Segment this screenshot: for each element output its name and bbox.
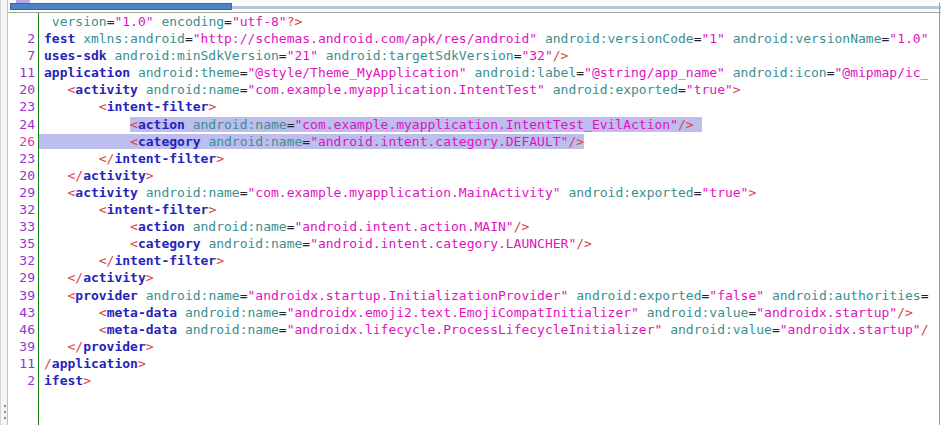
code-line[interactable]: fest xmlns:android="http://schemas.andro… bbox=[44, 30, 940, 47]
line-number: 32 bbox=[8, 201, 35, 218]
code-line[interactable]: uses-sdk android:minSdkVersion="21" andr… bbox=[44, 47, 940, 64]
horizontal-scrollbar bbox=[8, 0, 941, 13]
gutter-divider bbox=[38, 13, 39, 425]
code-line[interactable]: application android:theme="@style/Theme_… bbox=[44, 64, 940, 81]
xml-source-editor-window: 271120232426232029323335322939434639112 … bbox=[0, 0, 941, 425]
selection-highlight: <action android:name="com.example.myappl… bbox=[130, 117, 702, 132]
line-number: 33 bbox=[8, 218, 35, 235]
code-line[interactable]: <category android:name="android.intent.c… bbox=[44, 133, 940, 150]
code-line[interactable]: <intent-filter> bbox=[44, 201, 940, 218]
scrollbar-thumb[interactable] bbox=[10, 3, 232, 10]
line-number: 11 bbox=[8, 355, 35, 372]
code-line[interactable]: <provider android:name="androidx.startup… bbox=[44, 287, 940, 304]
code-line[interactable]: </activity> bbox=[44, 167, 940, 184]
line-number: 29 bbox=[8, 269, 35, 286]
line-number bbox=[8, 13, 35, 30]
line-number: 26 bbox=[8, 133, 35, 150]
line-number: 7 bbox=[8, 47, 35, 64]
code-line[interactable]: <activity android:name="com.example.myap… bbox=[44, 184, 940, 201]
code-line[interactable]: ifest> bbox=[44, 372, 940, 389]
splitter-grip-dot bbox=[4, 417, 6, 419]
line-number: 23 bbox=[8, 98, 35, 115]
code-line[interactable]: /application> bbox=[44, 355, 940, 372]
line-number: 39 bbox=[8, 287, 35, 304]
code-line[interactable]: </intent-filter> bbox=[44, 252, 940, 269]
pane-right-border bbox=[939, 3, 940, 425]
code-line[interactable]: </intent-filter> bbox=[44, 150, 940, 167]
code-line[interactable]: <meta-data android:name="androidx.emoji2… bbox=[44, 304, 940, 321]
code-editor[interactable]: 271120232426232029323335322939434639112 … bbox=[8, 13, 940, 425]
code-line[interactable]: <action android:name="com.example.myappl… bbox=[44, 116, 940, 133]
line-number: 24 bbox=[8, 116, 35, 133]
code-area[interactable]: version="1.0" encoding="utf-8"?>fest xml… bbox=[44, 13, 940, 389]
line-number: 23 bbox=[8, 150, 35, 167]
splitter-grip-dot bbox=[4, 405, 6, 407]
splitter-grip-dot bbox=[4, 411, 6, 413]
code-line[interactable]: </provider> bbox=[44, 338, 940, 355]
scrollbar-track[interactable] bbox=[224, 6, 941, 9]
line-number: 2 bbox=[8, 372, 35, 389]
code-line[interactable]: </activity> bbox=[44, 269, 940, 286]
line-number: 39 bbox=[8, 338, 35, 355]
line-number: 46 bbox=[8, 321, 35, 338]
line-number: 11 bbox=[8, 64, 35, 81]
line-number: 43 bbox=[8, 304, 35, 321]
code-line[interactable]: <intent-filter> bbox=[44, 98, 940, 115]
line-number: 2 bbox=[8, 30, 35, 47]
line-number: 32 bbox=[8, 252, 35, 269]
line-number: 20 bbox=[8, 81, 35, 98]
pane-splitter[interactable] bbox=[0, 0, 8, 425]
line-number: 20 bbox=[8, 167, 35, 184]
code-line[interactable]: <meta-data android:name="androidx.lifecy… bbox=[44, 321, 940, 338]
line-number: 29 bbox=[8, 184, 35, 201]
code-line[interactable]: <activity android:name="com.example.myap… bbox=[44, 81, 940, 98]
code-line[interactable]: <action android:name="android.intent.act… bbox=[44, 218, 940, 235]
code-line[interactable]: version="1.0" encoding="utf-8"?> bbox=[44, 13, 940, 30]
selection-highlight: <category android:name="android.intent.c… bbox=[39, 134, 584, 149]
line-number: 35 bbox=[8, 235, 35, 252]
line-number-gutter: 271120232426232029323335322939434639112 bbox=[8, 13, 35, 389]
code-line[interactable]: <category android:name="android.intent.c… bbox=[44, 235, 940, 252]
